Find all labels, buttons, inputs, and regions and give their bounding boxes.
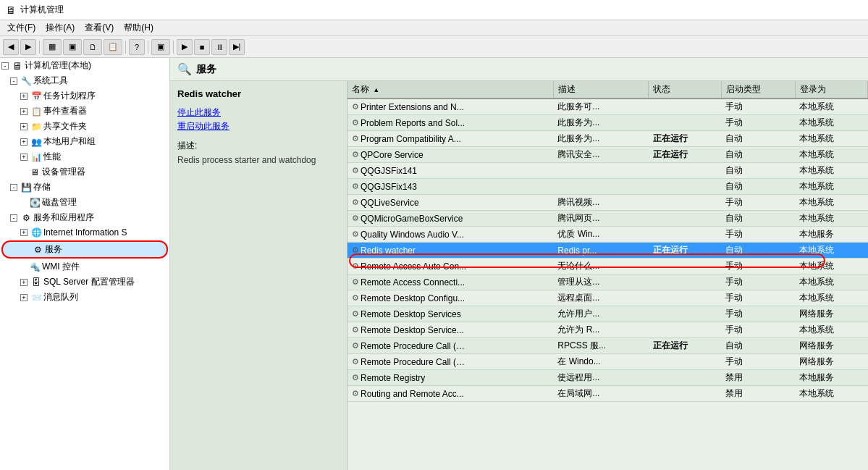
table-row[interactable]: ⚙ Remote Desktop Configu...远程桌面...手动本地系统	[347, 290, 868, 306]
table-row[interactable]: ⚙ Redis watcherRedis pr...正在运行自动本地系统	[347, 243, 868, 259]
mq-icon: 📨	[30, 292, 42, 303]
forward-button[interactable]: ▶	[20, 39, 36, 55]
service-desc-cell: 允许用户...	[553, 306, 649, 322]
tree-item-wmi[interactable]: 🔩 WMI 控件	[0, 259, 169, 274]
col-desc[interactable]: 描述	[553, 81, 649, 98]
play-button[interactable]: ▶	[177, 39, 193, 55]
services-icon: ⚙	[32, 244, 43, 256]
tree-item-iis[interactable]: + 🌐 Internet Information S	[0, 225, 169, 240]
tree-label-root: 计算机管理(本地)	[25, 59, 91, 72]
menu-help[interactable]: 帮助(H)	[119, 20, 158, 35]
service-name-cell: ⚙ QQLiveService	[347, 195, 553, 211]
tree-label-device: 设备管理器	[42, 166, 85, 178]
service-starttype-cell: 手动	[721, 322, 795, 338]
tree-item-task[interactable]: + 📅 任务计划程序	[0, 88, 169, 104]
table-row[interactable]: ⚙ Remote Access Connecti...管理从这...手动本地系统	[347, 274, 868, 290]
table-row[interactable]: ⚙ Printer Extensions and N...此服务可...手动本地…	[347, 98, 868, 115]
table-row[interactable]: ⚙ QQLiveService腾讯视频...手动本地系统	[347, 195, 868, 211]
col-status[interactable]: 状态	[649, 81, 721, 98]
tree-root: - 🖥 计算机管理(本地) - 🔧 系统工具 + 📅 任务计划程序 + 📋 事件…	[0, 58, 169, 305]
table-row[interactable]: ⚙ Remote Procedure Call (…在 Windo...手动网络…	[347, 354, 868, 370]
expand-iis[interactable]: +	[20, 229, 28, 236]
tree-label-system: 系统工具	[33, 75, 68, 87]
expand-share[interactable]: +	[20, 123, 28, 130]
tree-item-disk[interactable]: 💽 磁盘管理	[0, 195, 169, 210]
menu-bar: 文件(F) 操作(A) 查看(V) 帮助(H)	[0, 20, 868, 36]
table-row[interactable]: ⚙ Remote Access Auto Con...无论什么...手动本地系统	[347, 259, 868, 274]
table-row[interactable]: ⚙ Quality Windows Audio V...优质 Win...手动本…	[347, 227, 868, 243]
table-row[interactable]: ⚙ Program Compatibility A...此服务为...正在运行自…	[347, 131, 868, 147]
service-starttype-cell: 手动	[721, 115, 795, 131]
stop-button[interactable]: ■	[194, 39, 210, 55]
right-panel: 🔍 服务 Redis watcher 停止此服务 重启动此服务 描述: Redi…	[170, 58, 868, 470]
tree-item-storage[interactable]: - 💾 存储	[0, 180, 169, 195]
service-name-cell: ⚙ Remote Desktop Service...	[347, 322, 553, 338]
tree-item-system[interactable]: - 🔧 系统工具	[0, 73, 169, 88]
toolbar-separator-4	[173, 41, 174, 54]
tree-item-sql[interactable]: + 🗄 SQL Server 配置管理器	[0, 274, 169, 290]
table-row[interactable]: ⚙ QQGJSFix143自动本地系统	[347, 179, 868, 195]
tree-item-services[interactable]: ⚙ 服务	[1, 240, 168, 259]
expand-root[interactable]: -	[1, 62, 9, 70]
table-row[interactable]: ⚙ Problem Reports and Sol...此服务为...手动本地系…	[347, 115, 868, 131]
expand-mq[interactable]: +	[20, 294, 28, 301]
service-starttype-cell: 手动	[721, 98, 795, 115]
tree-item-root[interactable]: - 🖥 计算机管理(本地)	[0, 58, 169, 73]
menu-action[interactable]: 操作(A)	[41, 20, 79, 35]
stop-service-link[interactable]: 停止此服务	[177, 106, 340, 119]
tree-item-share[interactable]: + 📁 共享文件夹	[0, 119, 169, 134]
expand-perf[interactable]: +	[20, 154, 28, 161]
service-logon-cell: 本地系统	[795, 179, 867, 195]
table-row[interactable]: ⚙ QQGJSFix141自动本地系统	[347, 163, 868, 179]
tree-label-event: 事件查看器	[43, 105, 87, 117]
service-logon-cell: 本地系统	[795, 131, 867, 147]
tree-item-svcapp[interactable]: - ⚙ 服务和应用程序	[0, 210, 169, 225]
service-list: 名称 ▲ 描述 状态 启动类型 登录为 ⚙ Printer Extensions…	[347, 81, 868, 470]
table-row[interactable]: ⚙ Remote Desktop Service...允许为 R...手动本地系…	[347, 322, 868, 338]
table-row[interactable]: ⚙ Remote Procedure Call (…RPCSS 服...正在运行…	[347, 338, 868, 354]
tree-item-mq[interactable]: + 📨 消息队列	[0, 290, 169, 305]
view-button-3[interactable]: 🗋	[83, 39, 102, 55]
table-header-row: 名称 ▲ 描述 状态 启动类型 登录为	[347, 81, 868, 98]
service-status-cell	[649, 274, 721, 290]
menu-view[interactable]: 查看(V)	[80, 20, 118, 35]
table-row[interactable]: ⚙ QPCore Service腾讯安全...正在运行自动本地系统	[347, 147, 868, 163]
service-table: 名称 ▲ 描述 状态 启动类型 登录为 ⚙ Printer Extensions…	[347, 81, 868, 402]
table-row[interactable]: ⚙ Routing and Remote Acc...在局域网...禁用本地系统	[347, 386, 868, 402]
view-button-4[interactable]: 📋	[104, 39, 122, 55]
table-row[interactable]: ⚙ QQMicroGameBoxService腾讯网页...自动本地系统	[347, 211, 868, 227]
service-logon-cell: 本地系统	[795, 147, 867, 163]
table-row[interactable]: ⚙ Remote Registry使远程用...禁用本地服务	[347, 370, 868, 386]
expand-users[interactable]: +	[20, 138, 28, 146]
menu-file[interactable]: 文件(F)	[3, 20, 40, 35]
restart-button[interactable]: ▶|	[229, 39, 245, 55]
view-button-2[interactable]: ▣	[63, 39, 82, 55]
tree-item-perf[interactable]: + 📊 性能	[0, 149, 169, 164]
service-logon-cell: 网络服务	[795, 306, 867, 322]
expand-sql[interactable]: +	[20, 279, 28, 286]
service-desc-cell: 管理从这...	[553, 274, 649, 290]
table-row[interactable]: ⚙ Remote Desktop Services允许用户...手动网络服务	[347, 306, 868, 322]
service-status-cell	[649, 163, 721, 179]
expand-event[interactable]: +	[20, 108, 28, 115]
service-status-cell	[649, 306, 721, 322]
service-desc-cell: 此服务可...	[553, 98, 649, 115]
expand-system[interactable]: -	[10, 77, 17, 85]
back-button[interactable]: ◀	[3, 39, 19, 55]
tree-item-users[interactable]: + 👥 本地用户和组	[0, 134, 169, 149]
expand-storage[interactable]: -	[10, 184, 17, 191]
col-name[interactable]: 名称 ▲	[347, 81, 553, 98]
expand-svcapp[interactable]: -	[10, 214, 17, 222]
pause-button[interactable]: ⏸	[211, 39, 227, 55]
service-starttype-cell: 手动	[721, 227, 795, 243]
col-starttype[interactable]: 启动类型	[721, 81, 795, 98]
tree-item-event[interactable]: + 📋 事件查看器	[0, 104, 169, 119]
view-button-5[interactable]: ▣	[151, 39, 170, 55]
expand-task[interactable]: +	[20, 93, 28, 100]
view-button-1[interactable]: ▦	[43, 39, 62, 55]
help-button[interactable]: ?	[129, 39, 145, 55]
tree-item-device[interactable]: 🖥 设备管理器	[0, 164, 169, 180]
col-logon[interactable]: 登录为	[795, 81, 867, 98]
service-starttype-cell: 禁用	[721, 386, 795, 402]
restart-service-link[interactable]: 重启动此服务	[177, 120, 340, 133]
